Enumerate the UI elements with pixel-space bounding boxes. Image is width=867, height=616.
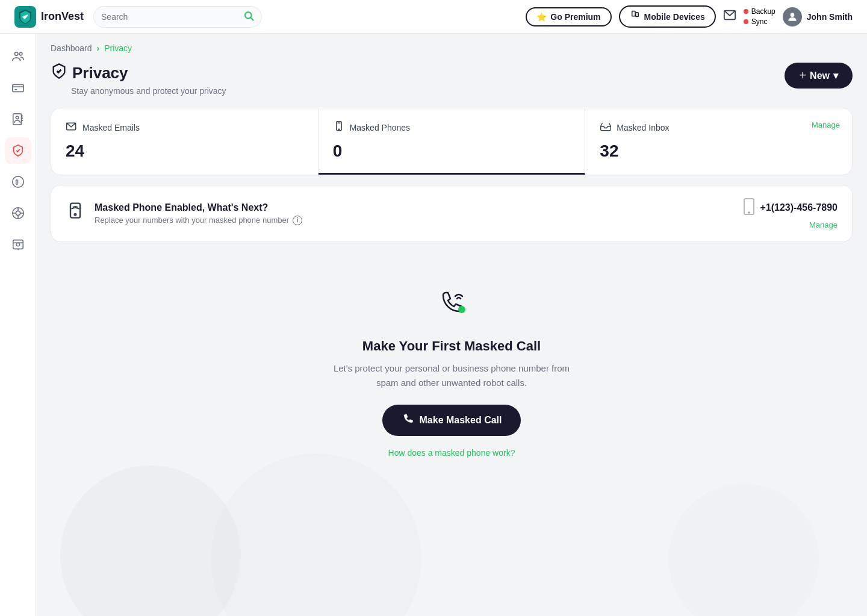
logo[interactable]: IronVest — [14, 6, 84, 28]
phone-number: +1(123)-456-7890 — [760, 202, 837, 213]
sidebar-item-identity[interactable] — [5, 200, 31, 226]
masked-phones-value: 0 — [333, 142, 571, 161]
phone-device-icon — [743, 198, 755, 218]
sidebar-item-contacts[interactable] — [5, 106, 31, 132]
masked-emails-card[interactable]: Masked Emails 24 — [51, 108, 319, 175]
breadcrumb-chevron: › — [97, 43, 100, 53]
main-content: Dashboard › Privacy Privacy Stay anonymo… — [36, 34, 867, 616]
svg-rect-4 — [632, 11, 635, 16]
shield-privacy-icon — [51, 63, 67, 84]
search-input[interactable] — [101, 12, 243, 22]
svg-point-33 — [338, 129, 340, 130]
sidebar: ₿ — [0, 34, 36, 616]
cta-title: Make Your First Masked Call — [362, 338, 541, 354]
mobile-icon — [630, 10, 641, 23]
sync-dot — [744, 19, 748, 24]
svg-point-7 — [790, 13, 794, 17]
chevron-down-icon: ▾ — [833, 70, 838, 81]
svg-point-39 — [458, 306, 465, 313]
info-icon[interactable]: i — [293, 216, 302, 225]
search-icon[interactable] — [243, 10, 254, 23]
call-icon-container — [427, 281, 476, 329]
cta-area: Make Your First Masked Call Let's protec… — [51, 257, 853, 482]
sync-status: Backup Sync — [744, 7, 775, 26]
svg-rect-5 — [635, 13, 638, 17]
avatar — [783, 7, 802, 26]
phone-info-desc: Replace your numbers with your masked ph… — [95, 216, 733, 225]
phone-number-area: +1(123)-456-7890 Manage — [743, 198, 837, 229]
page-header: Privacy Stay anonymous and protect your … — [51, 63, 853, 96]
page-subtitle: Stay anonymous and protect your privacy — [71, 86, 226, 96]
mail-icon[interactable] — [723, 8, 736, 25]
svg-point-14 — [16, 116, 19, 119]
user-menu[interactable]: John Smith — [783, 7, 853, 26]
phone-manage-link[interactable]: Manage — [809, 220, 837, 229]
page-wrapper: ₿ Dashboard › Privacy — [0, 34, 867, 616]
masked-emails-icon — [66, 120, 78, 134]
svg-point-38 — [748, 212, 750, 213]
breadcrumb-current: Privacy — [104, 43, 132, 53]
phone-call-icon — [402, 413, 414, 428]
masked-inbox-card[interactable]: Masked Inbox 32 Manage — [585, 108, 852, 175]
star-icon: ⭐ — [536, 12, 547, 22]
masked-inbox-label: Masked Inbox — [600, 120, 837, 134]
page-title: Privacy — [51, 63, 226, 84]
sync-item: Sync — [744, 17, 775, 26]
breadcrumb: Dashboard › Privacy — [51, 43, 853, 53]
logo-icon — [14, 6, 36, 28]
phone-info-icon — [66, 202, 85, 225]
breadcrumb-dashboard[interactable]: Dashboard — [51, 43, 92, 53]
svg-line-3 — [250, 17, 253, 20]
masked-phones-label: Masked Phones — [333, 120, 571, 134]
how-masked-phone-link[interactable]: How does a masked phone work? — [388, 448, 515, 458]
masked-inbox-value: 32 — [600, 142, 837, 161]
svg-point-9 — [19, 52, 22, 55]
mobile-devices-button[interactable]: Mobile Devices — [619, 5, 716, 28]
backup-status: Backup — [744, 7, 775, 16]
go-premium-button[interactable]: ⭐ Go Premium — [526, 7, 611, 26]
nav-actions: ⭐ Go Premium Mobile Devices Backup — [526, 5, 853, 28]
svg-point-8 — [14, 52, 18, 56]
svg-point-36 — [75, 214, 76, 216]
page-title-area: Privacy Stay anonymous and protect your … — [51, 63, 226, 96]
svg-text:₿: ₿ — [15, 179, 19, 185]
sidebar-item-vault[interactable] — [5, 231, 31, 258]
make-masked-call-button[interactable]: Make Masked Call — [382, 405, 521, 436]
svg-point-27 — [16, 243, 20, 246]
stats-row: Masked Emails 24 Masked Phones 0 — [51, 108, 853, 175]
masked-emails-label: Masked Emails — [66, 120, 303, 134]
sidebar-item-bitcoin[interactable]: ₿ — [5, 169, 31, 195]
app-name: IronVest — [41, 10, 84, 23]
masked-phones-card[interactable]: Masked Phones 0 — [319, 108, 586, 175]
backup-dot — [744, 9, 748, 14]
new-button[interactable]: + New ▾ — [785, 63, 853, 89]
phone-info-card: Masked Phone Enabled, What's Next? Repla… — [51, 185, 853, 242]
phone-info-title: Masked Phone Enabled, What's Next? — [95, 202, 733, 213]
svg-rect-26 — [13, 240, 23, 249]
cta-desc: Let's protect your personal or business … — [325, 361, 578, 390]
sidebar-item-cards[interactable] — [5, 75, 31, 101]
sidebar-item-people[interactable] — [5, 43, 31, 70]
search-bar[interactable] — [93, 6, 262, 28]
masked-emails-value: 24 — [66, 142, 303, 161]
svg-rect-10 — [12, 85, 23, 92]
masked-inbox-icon — [600, 120, 612, 134]
user-name: John Smith — [807, 12, 853, 22]
masked-inbox-manage[interactable]: Manage — [812, 120, 840, 129]
masked-call-icon — [430, 283, 473, 326]
svg-point-21 — [16, 211, 20, 215]
masked-phones-icon — [333, 120, 345, 134]
phone-info-text: Masked Phone Enabled, What's Next? Repla… — [95, 202, 733, 225]
topnav: IronVest ⭐ Go Premium Mobile Devices — [0, 0, 867, 34]
plus-icon: + — [799, 69, 806, 82]
sidebar-item-shield[interactable] — [5, 137, 31, 164]
